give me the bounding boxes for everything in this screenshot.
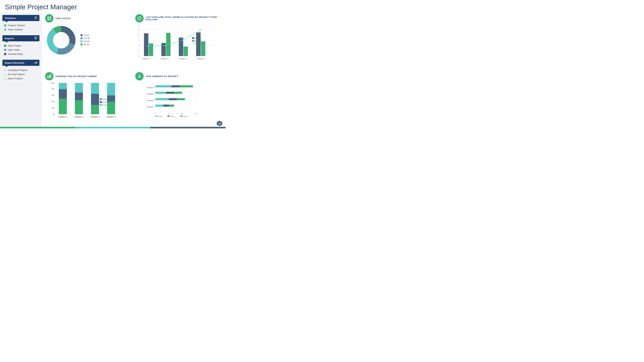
svg-text:Series 2: Series 2 — [195, 40, 201, 42]
svg-rect-95 — [138, 77, 140, 77]
svg-rect-72 — [59, 99, 67, 114]
page-title: Simple Project Manager — [0, 0, 226, 12]
svg-point-46 — [200, 29, 201, 31]
svg-text:0: 0 — [155, 113, 156, 115]
task-summary-panel: TASK SUMMARY BY PROJECT 0 5 10 15 Cat — [135, 72, 222, 127]
sidebar-item-label: Completed Projects — [8, 69, 28, 71]
svg-rect-120 — [156, 115, 157, 117]
svg-text:Series 2: Series 2 — [102, 101, 108, 103]
shortcuts-list: ▲ Completed Projects ▲ On Hold Projects … — [2, 66, 40, 81]
svg-text:Category 4: Category 4 — [106, 116, 116, 118]
svg-rect-107 — [180, 85, 193, 87]
timelines-icon — [34, 16, 37, 20]
svg-rect-105 — [156, 85, 172, 87]
timelines-list: Projects Timeline Tasks Timeline — [2, 21, 40, 32]
svg-rect-83 — [107, 83, 115, 95]
svg-rect-58 — [49, 75, 50, 78]
svg-rect-59 — [50, 74, 51, 78]
svg-rect-8 — [34, 63, 35, 64]
svg-text:3: 3 — [138, 39, 140, 41]
list-item[interactable]: ▲ Completed Projects — [4, 68, 40, 72]
svg-rect-51 — [192, 37, 194, 39]
sq-icon — [4, 49, 6, 51]
svg-rect-35 — [144, 33, 148, 56]
list-item[interactable]: Projects Timeline — [4, 23, 40, 27]
svg-rect-38 — [166, 33, 170, 56]
bottom-color-bar — [0, 127, 226, 128]
sidebar-section-timelines: Timelines Projects Timeline Tasks Timeli… — [2, 15, 40, 32]
svg-point-1 — [36, 17, 36, 18]
svg-point-44 — [165, 45, 166, 46]
svg-rect-37 — [161, 43, 166, 56]
sidebar-header-timelines[interactable]: Timelines — [2, 15, 40, 21]
svg-rect-77 — [75, 83, 83, 92]
sidebar-header-shortcuts[interactable]: Report Shortcuts — [2, 60, 40, 66]
svg-rect-90 — [100, 101, 102, 103]
stacked-bar-svg: 0% 20% 40% 60% 80% 100% — [45, 82, 132, 121]
tasks-hours-title: # OF TASKS AND TOTAL HOURS ALLOCATED BY … — [146, 16, 222, 21]
main-layout: Timelines Projects Timeline Tasks Timeli… — [0, 12, 226, 128]
svg-point-19 — [53, 32, 69, 48]
sidebar: Timelines Projects Timeline Tasks Timeli… — [0, 12, 42, 128]
list-item[interactable]: Tasks Timeline — [4, 27, 40, 32]
svg-text:20%: 20% — [52, 107, 55, 109]
horiz-bar-svg: 0 5 10 15 Category 4 Categ — [135, 82, 222, 117]
svg-text:Series 1: Series 1 — [102, 98, 108, 100]
svg-text:Category 2: Category 2 — [74, 116, 84, 118]
list-item[interactable]: Overdue Tasks — [4, 52, 40, 56]
task-summary-title: TASK SUMMARY BY PROJECT — [146, 75, 178, 77]
svg-rect-36 — [149, 43, 153, 56]
svg-rect-10 — [36, 61, 37, 64]
svg-text:40%: 40% — [52, 101, 55, 102]
tri-icon: ▲ — [4, 69, 6, 71]
content-area: TASK STATUS 1st Qtr — [42, 12, 226, 128]
tasks-hours-icon-circle — [135, 14, 144, 22]
sidebar-section-shortcuts: Report Shortcuts ▲ Completed Projects ▲ … — [2, 60, 40, 81]
sidebar-header-reports[interactable]: Reports — [2, 35, 40, 41]
donut-legend: 1st Qtr 2nd Qtr 3rd Qtr 4th Qtr — [80, 34, 90, 46]
list-item[interactable]: ▲ On Hold Projects — [4, 72, 40, 76]
svg-text:15: 15 — [194, 113, 196, 115]
reports-list: Open Project Open Tasks Overdue Tasks — [2, 41, 40, 56]
svg-rect-114 — [169, 98, 177, 100]
svg-rect-78 — [91, 105, 99, 114]
svg-rect-79 — [91, 94, 99, 105]
list-item[interactable]: Open Project — [4, 44, 40, 48]
overdue-task-chart: 0% 20% 40% 60% 80% 100% — [45, 82, 132, 117]
svg-text:Category 2: Category 2 — [147, 100, 154, 101]
svg-point-45 — [182, 39, 184, 41]
task-status-chart: 1st Qtr 2nd Qtr 3rd Qtr 4th Qtr — [45, 24, 132, 56]
tasks-hours-panel: # OF TASKS AND TOTAL HOURS ALLOCATED BY … — [135, 14, 222, 69]
sq-icon — [4, 53, 6, 55]
svg-rect-40 — [184, 47, 188, 56]
bar-line-svg: 0 1 2 3 4 5 6 — [135, 24, 222, 61]
svg-rect-110 — [166, 92, 174, 94]
svg-rect-53 — [192, 40, 194, 42]
svg-text:Series 3: Series 3 — [195, 43, 201, 45]
legend-color — [80, 37, 82, 39]
legend-label: 1st Qtr — [84, 34, 90, 36]
sidebar-item-label: Active Projects — [8, 77, 23, 80]
legend-label: 2nd Qtr — [84, 37, 90, 39]
sidebar-item-label: On Hold Projects — [8, 73, 25, 76]
dot-icon — [4, 28, 6, 31]
svg-rect-111 — [174, 92, 182, 94]
sq-icon — [4, 44, 6, 47]
svg-rect-73 — [59, 89, 67, 99]
svg-rect-115 — [177, 98, 185, 100]
svg-text:10: 10 — [181, 113, 183, 115]
list-item[interactable]: ▲ Active Projects — [4, 76, 40, 81]
svg-rect-109 — [156, 92, 166, 94]
svg-text:Category 1: Category 1 — [142, 58, 150, 59]
svg-text:Series 3: Series 3 — [102, 104, 108, 106]
svg-rect-76 — [75, 92, 83, 100]
list-item[interactable]: Open Tasks — [4, 48, 40, 52]
task-status-title: TASK STATUS — [56, 17, 70, 20]
svg-text:5: 5 — [138, 29, 140, 31]
svg-rect-92 — [100, 104, 102, 106]
bottom-bar-slate — [150, 127, 226, 128]
legend-label: 4th Qtr — [84, 43, 90, 45]
task-summary-icon-circle — [135, 72, 144, 80]
legend-color — [80, 43, 82, 45]
sidebar-item-label: Open Project — [8, 44, 21, 47]
